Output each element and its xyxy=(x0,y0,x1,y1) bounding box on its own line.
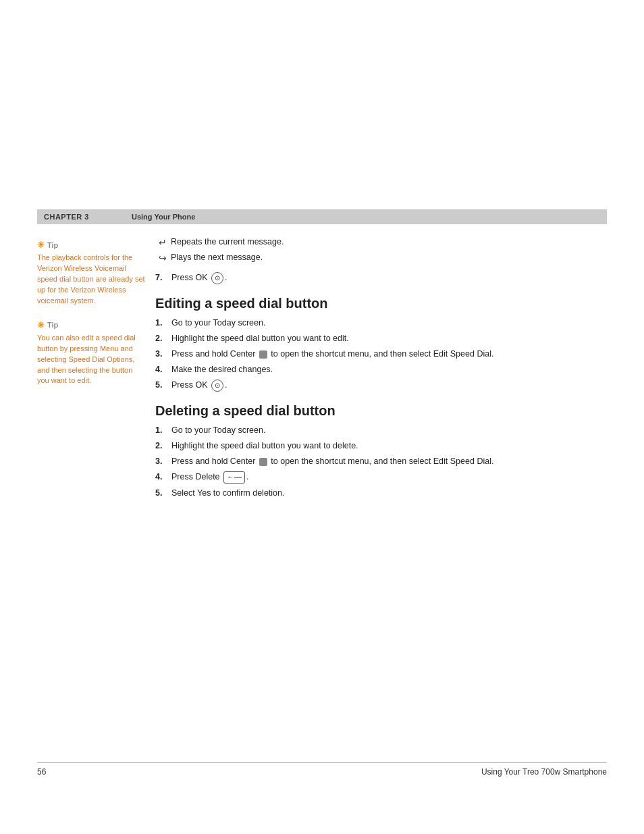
sidebar: ✳ Tip The playback controls for the Veri… xyxy=(37,233,155,726)
bullet-item-2: ↪ Plays the next message. xyxy=(159,252,607,265)
tip-label-2: ✳ Tip xyxy=(37,320,145,330)
edit-step-2-text: Highlight the speed dial button you want… xyxy=(171,332,607,344)
edit-step-4-text: Make the desired changes. xyxy=(171,363,607,375)
del-step-4: 4. Press Delete ←―. xyxy=(155,471,607,484)
footer: 56 Using Your Treo 700w Smartphone xyxy=(37,762,607,777)
del-step-5-num: 5. xyxy=(155,487,167,499)
edit-step-4-num: 4. xyxy=(155,363,167,375)
tip-block-2: ✳ Tip You can also edit a speed dial but… xyxy=(37,320,145,387)
edit-step-2-num: 2. xyxy=(155,332,167,344)
step-7: 7. Press OK ⊙. xyxy=(155,271,607,284)
bullet-list: ↵ Repeats the current message. ↪ Plays t… xyxy=(155,236,607,265)
del-step-3-text: Press and hold Center to open the shortc… xyxy=(171,455,607,467)
edit-step-1-num: 1. xyxy=(155,317,167,329)
footer-title: Using Your Treo 700w Smartphone xyxy=(481,767,607,777)
del-step-3: 3. Press and hold Center to open the sho… xyxy=(155,455,607,467)
tip-text-2: You can also edit a speed dial button by… xyxy=(37,333,145,387)
step-7-number: 7. xyxy=(155,271,167,284)
chapter-header: CHAPTER 3 Using Your Phone xyxy=(37,209,607,224)
chapter-title: Using Your Phone xyxy=(132,213,195,221)
del-step-2: 2. Highlight the speed dial button you w… xyxy=(155,440,607,452)
bullet-text-1: Repeats the current message. xyxy=(171,236,284,249)
ok-button-icon-e5: ⊙ xyxy=(211,380,223,392)
tip-block-1: ✳ Tip The playback controls for the Veri… xyxy=(37,240,145,307)
ok-button-icon-s7: ⊙ xyxy=(211,272,223,284)
del-step-1-text: Go to your Today screen. xyxy=(171,424,607,436)
edit-step-4: 4. Make the desired changes. xyxy=(155,363,607,375)
tip-word-2: Tip xyxy=(47,321,58,329)
footer-page-number: 56 xyxy=(37,767,46,777)
edit-step-3-num: 3. xyxy=(155,348,167,360)
edit-step-5-text: Press OK ⊙. xyxy=(171,379,607,392)
tip-word-1: Tip xyxy=(47,241,58,249)
edit-step-3-text: Press and hold Center to open the shortc… xyxy=(171,348,607,360)
edit-step-1-text: Go to your Today screen. xyxy=(171,317,607,329)
main-content: ↵ Repeats the current message. ↪ Plays t… xyxy=(155,233,607,726)
del-step-5-text: Select Yes to confirm deletion. xyxy=(171,487,607,499)
edit-step-5: 5. Press OK ⊙. xyxy=(155,379,607,392)
del-step-3-num: 3. xyxy=(155,455,167,467)
chapter-label: CHAPTER 3 xyxy=(44,213,132,221)
page-container: CHAPTER 3 Using Your Phone ✳ Tip The pla… xyxy=(0,0,644,834)
tip-star-2: ✳ xyxy=(37,320,45,330)
edit-step-3: 3. Press and hold Center to open the sho… xyxy=(155,348,607,360)
section-heading-1: Editing a speed dial button xyxy=(155,295,607,311)
tip-text-1: The playback controls for the Verizon Wi… xyxy=(37,253,145,307)
del-step-2-num: 2. xyxy=(155,440,167,452)
edit-step-5-num: 5. xyxy=(155,379,167,392)
del-step-5: 5. Select Yes to confirm deletion. xyxy=(155,487,607,499)
edit-step-1: 1. Go to your Today screen. xyxy=(155,317,607,329)
del-step-4-text: Press Delete ←―. xyxy=(171,471,607,484)
del-step-1: 1. Go to your Today screen. xyxy=(155,424,607,436)
step-7-text: Press OK ⊙. xyxy=(171,271,607,284)
del-step-4-num: 4. xyxy=(155,471,167,484)
tip-star-1: ✳ xyxy=(37,240,45,250)
del-step-2-text: Highlight the speed dial button you want… xyxy=(171,440,607,452)
bullet-text-2: Plays the next message. xyxy=(171,252,263,264)
tip-label-1: ✳ Tip xyxy=(37,240,145,250)
content-area: ✳ Tip The playback controls for the Veri… xyxy=(37,233,607,726)
repeat-icon: ↵ xyxy=(159,236,167,250)
next-icon: ↪ xyxy=(159,252,167,265)
center-button-icon-d3 xyxy=(259,458,267,466)
delete-button-icon: ←― xyxy=(223,471,245,484)
bullet-item-1: ↵ Repeats the current message. xyxy=(159,236,607,250)
section-heading-2: Deleting a speed dial button xyxy=(155,402,607,419)
del-step-1-num: 1. xyxy=(155,424,167,436)
center-button-icon-e3 xyxy=(259,350,267,359)
edit-step-2: 2. Highlight the speed dial button you w… xyxy=(155,332,607,344)
